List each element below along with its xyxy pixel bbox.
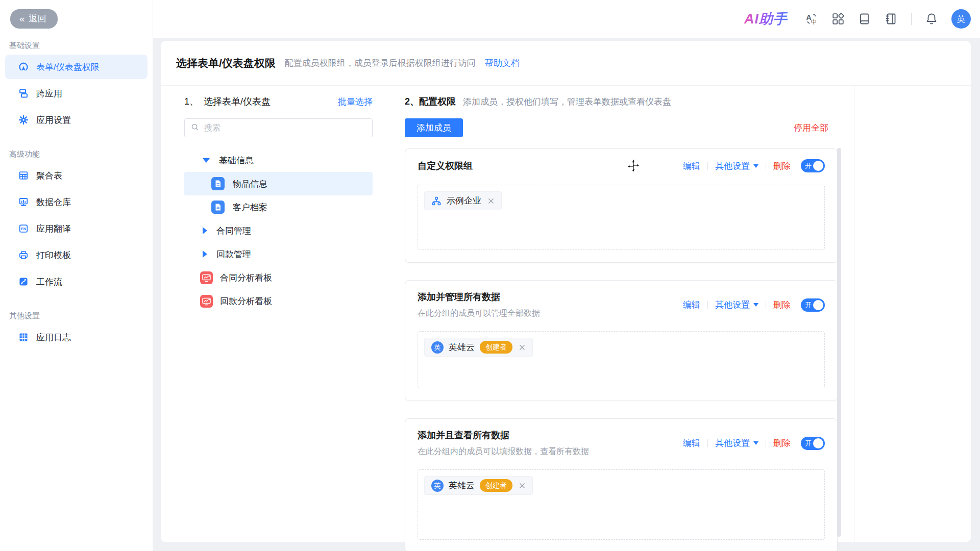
- apps-grid-icon: [831, 12, 845, 26]
- member-chip: 英 英雄云 创建者: [424, 476, 533, 495]
- tree-item-label: 物品信息: [233, 178, 267, 190]
- tree-item[interactable]: 基础信息: [184, 148, 373, 172]
- main-panel: 选择表单/仪表盘权限 配置成员权限组，成员登录后根据权限组进行访问 帮助文档 1…: [161, 41, 971, 542]
- member-name: 英雄云: [449, 341, 475, 353]
- dashboard-board-icon: [200, 295, 213, 308]
- add-member-button[interactable]: 添加成员: [405, 118, 463, 137]
- form-doc-icon: [211, 177, 225, 190]
- tree-item[interactable]: 回款分析看板: [184, 289, 373, 313]
- permission-group-card: 添加并管理所有数据 在此分组的成员可以管理全部数据 编辑 其他设置 删除 开 英…: [405, 280, 838, 401]
- dashboard-board-icon: [200, 271, 213, 284]
- sidebar-item-translate-en[interactable]: EN 应用翻译: [5, 216, 148, 241]
- enable-toggle[interactable]: 开: [801, 298, 825, 312]
- notebook-icon: [885, 12, 898, 26]
- caret-down-icon[interactable]: [203, 158, 210, 163]
- printer-icon: [18, 250, 29, 260]
- app-log-icon: [18, 332, 29, 342]
- remove-member-button[interactable]: [519, 344, 526, 351]
- sidebar-item-workflow[interactable]: 工作流: [5, 269, 148, 294]
- edit-link[interactable]: 编辑: [683, 160, 700, 172]
- caret-right-icon[interactable]: [203, 227, 207, 234]
- tree-caret: [203, 251, 207, 258]
- batch-select-link[interactable]: 批量选择: [338, 96, 373, 108]
- tree-item[interactable]: 回款管理: [184, 242, 373, 266]
- notebook-icon[interactable]: [885, 12, 898, 26]
- sidebar-item-cross-app[interactable]: 跨应用: [5, 81, 148, 106]
- sidebar-item-gear[interactable]: 应用设置: [5, 108, 148, 132]
- remove-member-button[interactable]: [519, 482, 526, 489]
- apps-grid-icon[interactable]: [831, 12, 845, 26]
- app-log-icon: [18, 332, 29, 342]
- delete-link[interactable]: 删除: [773, 299, 791, 311]
- scrollbar[interactable]: [837, 148, 841, 537]
- book-icon[interactable]: [858, 12, 871, 26]
- tree-item[interactable]: 客户档案: [184, 195, 373, 219]
- action-divider: [707, 439, 708, 447]
- more-settings-link[interactable]: 其他设置: [715, 160, 758, 172]
- members-box: 英 英雄云 创建者: [418, 469, 825, 540]
- delete-link[interactable]: 删除: [773, 437, 791, 449]
- tree-panel-title: 1、选择表单/仪表盘: [184, 95, 271, 108]
- sidebar-item-app-log[interactable]: 应用日志: [5, 325, 148, 349]
- language-switch-icon[interactable]: A中: [805, 12, 818, 26]
- tree-search-input[interactable]: [204, 123, 366, 133]
- member-avatar: 英: [431, 341, 444, 354]
- tree-item-label: 客户档案: [233, 202, 267, 213]
- edit-link[interactable]: 编辑: [683, 299, 700, 311]
- sidebar-item-aggregate-table[interactable]: 聚合表: [5, 163, 148, 188]
- toggle-knob: [813, 161, 823, 171]
- remove-org-button[interactable]: [487, 197, 495, 205]
- toggle-state-label: 开: [805, 300, 812, 310]
- data-warehouse-icon: [18, 197, 29, 207]
- more-settings-link[interactable]: 其他设置: [715, 299, 758, 311]
- user-avatar[interactable]: 英: [951, 9, 971, 29]
- move-cursor-icon: [626, 158, 641, 173]
- form-select-panel: 1、选择表单/仪表盘 批量选择 基础信息 物品信息 客户档案 合同管理 回款管理…: [161, 86, 380, 542]
- delete-link[interactable]: 删除: [773, 160, 791, 172]
- translate-en-icon: EN: [18, 223, 29, 234]
- action-divider: [766, 162, 766, 170]
- more-settings-link[interactable]: 其他设置: [715, 437, 758, 449]
- page-title: 选择表单/仪表盘权限: [176, 56, 276, 70]
- tree-item[interactable]: 物品信息: [184, 172, 373, 195]
- tree-item[interactable]: 合同分析看板: [184, 266, 373, 289]
- tree-item[interactable]: 合同管理: [184, 219, 373, 242]
- toggle-state-label: 开: [805, 161, 812, 170]
- chevron-down-icon: [753, 441, 758, 445]
- group-subtitle: 在此分组的成员可以管理全部数据: [418, 308, 540, 319]
- group-subtitle: 在此分组内的成员可以填报数据，查看所有数据: [418, 446, 589, 457]
- toggle-knob: [813, 438, 823, 448]
- disable-all-link[interactable]: 停用全部: [794, 122, 828, 134]
- double-chevron-left-icon: «: [19, 14, 24, 23]
- translate-en-icon: EN: [18, 223, 29, 234]
- close-icon: [487, 197, 495, 205]
- back-button[interactable]: «返回: [10, 9, 58, 29]
- page-subtitle: 配置成员权限组，成员登录后根据权限组进行访问: [285, 57, 476, 69]
- ai-assistant-logo[interactable]: AI助手: [744, 10, 788, 28]
- creator-badge: 创建者: [480, 479, 512, 492]
- sidebar-item-printer[interactable]: 打印模板: [5, 243, 148, 267]
- tree-search-box: [184, 118, 373, 137]
- book-icon: [858, 12, 871, 26]
- bell-icon[interactable]: [925, 12, 938, 26]
- sidebar-item-label: 应用设置: [36, 114, 71, 126]
- data-warehouse-icon: [18, 197, 29, 207]
- caret-right-icon[interactable]: [203, 251, 207, 258]
- sidebar-item-gauge[interactable]: 表单/仪表盘权限: [5, 55, 148, 79]
- cross-app-icon: [18, 88, 29, 98]
- search-icon: [190, 122, 200, 134]
- tree-item-label: 回款分析看板: [220, 295, 272, 307]
- move-cursor-icon: [626, 158, 641, 173]
- sidebar-section: 基础设置 表单/仪表盘权限 跨应用 应用设置: [0, 41, 153, 132]
- sidebar-item-data-warehouse[interactable]: 数据仓库: [5, 190, 148, 214]
- form-doc-icon: [211, 201, 225, 214]
- help-doc-link[interactable]: 帮助文档: [485, 57, 520, 69]
- sidebar-section-title: 基础设置: [9, 41, 153, 51]
- enable-toggle[interactable]: 开: [801, 437, 825, 450]
- close-icon: [519, 344, 526, 351]
- form-tree: 基础信息 物品信息 客户档案 合同管理 回款管理 合同分析看板 回款分析看板: [184, 148, 373, 313]
- action-divider: [766, 301, 766, 309]
- enable-toggle[interactable]: 开: [801, 159, 825, 172]
- edit-link[interactable]: 编辑: [683, 437, 700, 449]
- sidebar-item-label: 表单/仪表盘权限: [36, 61, 100, 73]
